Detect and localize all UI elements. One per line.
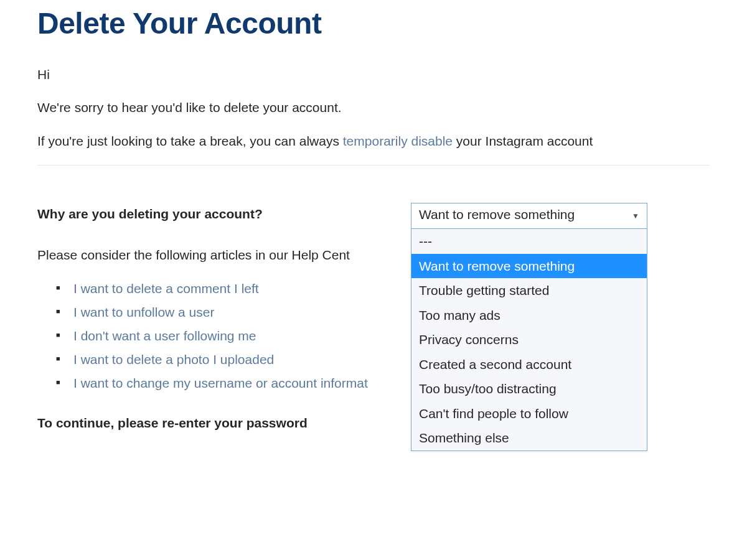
- page-title: Delete Your Account: [37, 6, 710, 40]
- reason-select[interactable]: Want to remove something ▼: [411, 203, 647, 229]
- break-suffix: your Instagram account: [453, 134, 593, 148]
- greeting-text: Hi: [37, 65, 710, 83]
- reason-row: Why are you deleting your account? Want …: [37, 203, 710, 229]
- sorry-text: We're sorry to hear you'd like to delete…: [37, 98, 710, 116]
- reason-option[interactable]: Trouble getting started: [411, 278, 647, 303]
- help-article-link[interactable]: I want to delete a comment I left: [73, 281, 259, 296]
- reason-option[interactable]: Too many ads: [411, 303, 647, 328]
- help-article-link[interactable]: I don't want a user following me: [73, 329, 256, 343]
- reason-option[interactable]: Created a second account: [411, 352, 647, 377]
- break-text: If you're just looking to take a break, …: [37, 132, 710, 150]
- delete-account-page: Delete Your Account Hi We're sorry to he…: [0, 6, 747, 442]
- reason-select-wrap: Want to remove something ▼ ---Want to re…: [411, 203, 647, 229]
- reason-option[interactable]: Too busy/too distracting: [411, 376, 647, 401]
- reason-option[interactable]: Can't find people to follow: [411, 401, 647, 426]
- reason-option[interactable]: Privacy concerns: [411, 327, 647, 352]
- help-article-link[interactable]: I want to unfollow a user: [73, 305, 214, 319]
- chevron-down-icon: ▼: [632, 212, 639, 220]
- reason-dropdown: ---Want to remove somethingTrouble getti…: [411, 229, 647, 451]
- help-article-link[interactable]: I want to change my username or account …: [73, 376, 368, 390]
- temporarily-disable-link[interactable]: temporarily disable: [343, 134, 453, 148]
- reason-option[interactable]: Something else: [411, 426, 647, 450]
- reason-label: Why are you deleting your account?: [37, 203, 411, 222]
- break-prefix: If you're just looking to take a break, …: [37, 134, 343, 148]
- reason-option[interactable]: Want to remove something: [411, 254, 647, 279]
- password-label: To continue, please re-enter your passwo…: [37, 416, 411, 431]
- intro-block: Hi We're sorry to hear you'd like to del…: [37, 65, 710, 150]
- help-article-link[interactable]: I want to delete a photo I uploaded: [73, 352, 274, 366]
- reason-option[interactable]: ---: [411, 229, 647, 254]
- reason-selected-value: Want to remove something: [419, 207, 575, 222]
- section-divider: [37, 165, 710, 166]
